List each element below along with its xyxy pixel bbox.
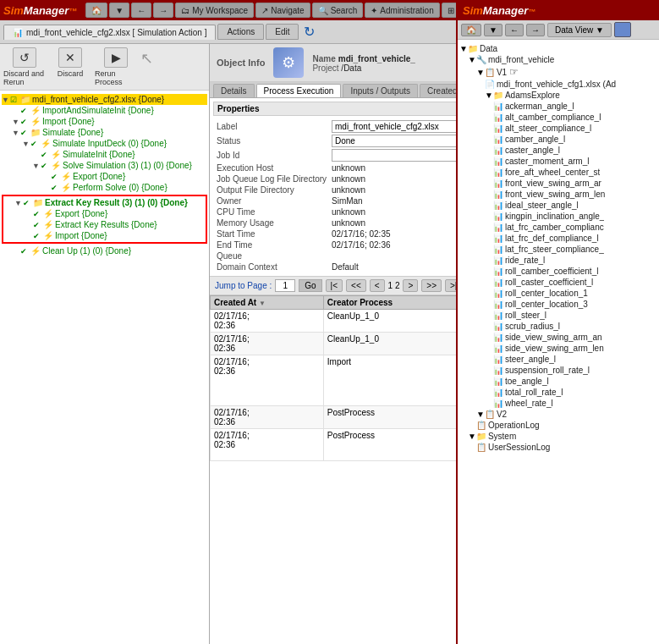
search-button[interactable]: 🔍 Search <box>312 3 364 18</box>
forward-button[interactable]: → <box>153 3 173 18</box>
list-item[interactable]: 📊ideal_steer_angle_l <box>459 200 657 211</box>
overlay-tree-v1[interactable]: ▼📋 V1 ☞ <box>459 65 657 79</box>
tree-toggle[interactable]: ▼ <box>12 129 20 137</box>
list-item[interactable]: 📊scrub_radius_l <box>459 321 657 332</box>
col-creator-process[interactable]: Creator Process <box>323 296 463 310</box>
tree-toggle[interactable]: ▼ <box>32 162 41 170</box>
tree-item-export[interactable]: ✔ ⚡ Export {Done} <box>4 208 205 219</box>
overlay-tree-data[interactable]: ▼📁 Data <box>459 43 657 54</box>
tree-toggle[interactable]: ▼ <box>12 118 20 126</box>
list-item[interactable]: 📊caster_angle_l <box>459 145 657 156</box>
list-item[interactable]: 📊roll_steer_l <box>459 310 657 321</box>
list-item[interactable]: 📊roll_camber_coefficient_l <box>459 266 657 277</box>
prev-page-button[interactable]: < <box>370 279 385 292</box>
tree-item-extract-results[interactable]: ✔ ⚡ Extract Key Results {Done} <box>4 219 205 230</box>
administration-button[interactable]: ✦ Administration <box>365 3 439 18</box>
overlay-back-button[interactable]: ← <box>505 24 524 36</box>
tree-item-cleanup[interactable]: ✔ ⚡ Clean Up (1) (0) {Done} <box>2 245 207 256</box>
overlay-tree-cfg1[interactable]: 📄 mdi_front_vehicle_cfg1.xlsx (Ad <box>459 79 657 90</box>
tree-toggle[interactable]: ▼ <box>14 199 23 207</box>
prev-pages-button[interactable]: << <box>346 279 366 292</box>
list-item[interactable]: 📊kingpin_inclination_angle_ <box>459 211 657 222</box>
tree-item-2[interactable]: ▼ ✔ ⚡ Import {Done} <box>2 116 207 127</box>
discard-rerun-button[interactable]: ↺ Discard and Rerun <box>3 47 46 86</box>
list-item[interactable]: 📊roll_caster_coefficient_l <box>459 277 657 288</box>
list-item[interactable]: 📊ackerman_angle_l <box>459 101 657 112</box>
overlay-forward-button[interactable]: → <box>526 24 545 36</box>
list-item[interactable]: 📊front_view_swing_arm_ar <box>459 178 657 189</box>
overlay-filter-button[interactable]: ▼ <box>484 24 502 36</box>
overlay-nav-bar: 🏠 ▼ ← → Data View ▼ <box>458 20 659 40</box>
list-item[interactable]: 📊alt_steer_compliance_l <box>459 123 657 134</box>
tab-process-execution[interactable]: Process Execution <box>256 84 342 97</box>
tree-item-import[interactable]: ✔ ⚡ Import {Done} <box>4 230 205 241</box>
overlay-tree-adams[interactable]: ▼📁 AdamsExplore <box>459 90 657 101</box>
list-item[interactable]: 📊steer_angle_l <box>459 354 657 365</box>
home-button[interactable]: 🏠 <box>85 3 107 18</box>
next-page-button[interactable]: > <box>403 279 418 292</box>
list-item[interactable]: 📊lat_frc_camber_complianc <box>459 222 657 233</box>
cell-creator: PostProcess <box>323 429 463 461</box>
next-pages-button[interactable]: >> <box>421 279 442 292</box>
first-page-button[interactable]: |< <box>326 279 343 292</box>
tree-toggle[interactable]: ▼ <box>2 96 10 104</box>
data-icon: 📊 <box>493 289 503 298</box>
actions-tab[interactable]: Actions <box>217 24 264 40</box>
col-created-at[interactable]: Created At ▼ <box>211 296 324 310</box>
refresh-button[interactable]: ↻ <box>304 24 315 40</box>
list-item[interactable]: 📊lat_frc_steer_compliance_ <box>459 244 657 255</box>
edit-tab[interactable]: Edit <box>266 24 299 40</box>
list-item[interactable]: 📊front_view_swing_arm_len <box>459 189 657 200</box>
list-item[interactable]: 📊camber_angle_l <box>459 134 657 145</box>
list-item[interactable]: 📊roll_center_location_1 <box>459 288 657 299</box>
list-item[interactable]: 📊side_view_swing_arm_an <box>459 332 657 343</box>
tree-item-label: Export {Done} <box>73 172 125 181</box>
tree-item-6[interactable]: ▼ ✔ ⚡ Solve Simulation (3) (1) (0) {Done… <box>2 160 207 171</box>
tree-item-extract-root[interactable]: ▼ ✔ 📁 Extract Key Result (3) (1) (0) {Do… <box>4 197 205 208</box>
overlay-tree-oplog[interactable]: 📋 OperationLog <box>459 420 657 431</box>
tree-item-8[interactable]: ✔ ⚡ Perform Solve (0) {Done} <box>2 182 207 193</box>
discard-button[interactable]: ✕ Discard <box>49 47 91 86</box>
action-toolbar: ↺ Discard and Rerun ✕ Discard ▶ Rerun Pr… <box>0 44 209 91</box>
tree-root-item[interactable]: ▼ ☑ 📁 mdi_front_vehicle_cfg2.xlsx {Done} <box>2 94 207 105</box>
tree-item-3[interactable]: ▼ ✔ 📁 Simulate {Done} <box>2 127 207 138</box>
filter-button[interactable]: ▼ <box>109 3 129 18</box>
navigate-button[interactable]: ↗ Navigate <box>255 3 310 18</box>
data-icon: 📊 <box>493 179 503 188</box>
rerun-process-button[interactable]: ▶ Rerun Process <box>95 47 137 86</box>
go-button[interactable]: Go <box>299 279 321 292</box>
tree-toggle[interactable]: ▼ <box>22 140 30 148</box>
back-button[interactable]: ← <box>131 3 151 18</box>
list-item[interactable]: 📊wheel_rate_l <box>459 398 657 409</box>
tree-item-4[interactable]: ▼ ✔ ⚡ Simulate InputDeck (0) {Done} <box>2 138 207 149</box>
list-item[interactable]: 📊alt_camber_compliance_l <box>459 112 657 123</box>
my-workspace-button[interactable]: 🗂 My Workspace <box>175 3 254 18</box>
tab-details[interactable]: Details <box>213 84 255 97</box>
overlay-view-toggle[interactable] <box>614 22 631 37</box>
main-file-tab[interactable]: 📊 mdi_front_vehicle_cfg2.xlsx [ Simulati… <box>3 25 216 40</box>
list-item[interactable]: 📊ride_rate_l <box>459 255 657 266</box>
list-item[interactable]: 📊toe_angle_l <box>459 376 657 387</box>
list-item[interactable]: 📊caster_moment_arm_l <box>459 156 657 167</box>
list-item[interactable]: 📊total_roll_rate_l <box>459 387 657 398</box>
tree-item-7[interactable]: ✔ ⚡ Export {Done} <box>2 171 207 182</box>
overlay-tree-mdi[interactable]: ▼🔧 mdi_front_vehicle <box>459 54 657 65</box>
tab-inputs-outputs[interactable]: Inputs / Outputs <box>343 84 418 97</box>
tree-item-5[interactable]: ✔ ⚡ SimulateInit {Done} <box>2 149 207 160</box>
tree-item-label: mdi_front_vehicle_cfg2.xlsx {Done} <box>32 95 164 104</box>
list-item[interactable]: 📊fore_aft_wheel_center_st <box>459 167 657 178</box>
data-icon: 📊 <box>493 234 503 243</box>
overlay-home-button[interactable]: 🏠 <box>461 24 481 36</box>
page-input[interactable] <box>275 279 295 292</box>
tree-checkbox: ✔ <box>20 129 30 137</box>
overlay-data-view-button[interactable]: Data View ▼ <box>547 23 612 37</box>
overlay-tree-system[interactable]: ▼📁 System <box>459 431 657 442</box>
list-item[interactable]: 📊suspension_roll_rate_l <box>459 365 657 376</box>
overlay-tree-usersession[interactable]: 📋 UserSessionLog <box>459 442 657 453</box>
list-item[interactable]: 📊side_view_swing_arm_len <box>459 343 657 354</box>
tree-checkbox: ✔ <box>30 140 41 148</box>
tree-item-1[interactable]: ✔ ⚡ ImportAndSimulateInit {Done} <box>2 105 207 116</box>
overlay-tree-v2[interactable]: ▼📋 V2 <box>459 409 657 420</box>
list-item[interactable]: 📊roll_center_location_3 <box>459 299 657 310</box>
list-item[interactable]: 📊lat_frc_def_compliance_l <box>459 233 657 244</box>
